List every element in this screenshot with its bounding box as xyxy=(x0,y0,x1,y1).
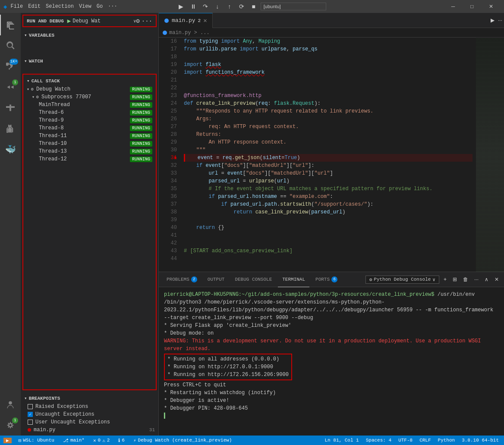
editor-tab-mainpy[interactable]: main.py 2 ✕ xyxy=(159,13,213,28)
breakpoint-uncaught-exceptions[interactable]: ✓ Uncaught Exceptions xyxy=(21,411,158,418)
git-branch-label: main* xyxy=(70,438,85,443)
user-uncaught-checkbox[interactable] xyxy=(28,420,33,425)
callstack-thread13[interactable]: Thread-13 RUNNING xyxy=(23,147,156,155)
sidebar-item-extensions[interactable] xyxy=(0,97,21,118)
terminal-output-3: * Debug mode: on xyxy=(164,330,214,336)
window-maximize-button[interactable]: □ xyxy=(463,0,482,13)
editor-more-button[interactable]: ··· xyxy=(496,16,504,24)
errors-count: 0 xyxy=(98,438,101,443)
line-numbers-gutter: 16 17 18 19 20 21 22 23 24 25 26 27 28 2… xyxy=(159,38,180,272)
sidebar-item-accounts[interactable] xyxy=(0,394,21,415)
raised-exceptions-checkbox[interactable] xyxy=(28,404,33,409)
panel-maximize-button[interactable]: ∧ xyxy=(483,276,490,283)
callstack-debug-watch[interactable]: ▾ ⚙ Debug Watch RUNNING xyxy=(23,85,156,93)
panel-split-button[interactable]: ⊞ xyxy=(451,276,459,283)
debug-start-button[interactable]: ▶ xyxy=(67,17,71,25)
terminal-content[interactable]: pierrick@LAPTOP-HKU5PNNG:~/git/add-ons-s… xyxy=(159,287,504,436)
variables-section-header[interactable]: ▾ VARIABLES xyxy=(21,31,158,40)
wsl-label: WSL: Ubuntu xyxy=(23,438,54,443)
panel-add-button[interactable]: + xyxy=(442,276,448,283)
status-spaces-item[interactable]: Spaces: 4 xyxy=(364,438,393,443)
status-wsl-item[interactable]: ⊟ WSL: Ubuntu xyxy=(17,438,56,443)
view-menu[interactable]: View xyxy=(79,3,91,9)
debug-session-label: Debug Watch (create_link_preview) xyxy=(138,438,232,443)
panel-more-button[interactable]: ··· xyxy=(472,276,480,283)
panel-close-button[interactable]: ✕ xyxy=(493,276,501,283)
debug-config-select[interactable] xyxy=(261,3,326,10)
status-encoding-item[interactable]: UTF-8 xyxy=(397,438,414,443)
breakpoint-mainpy[interactable]: main.py 31 xyxy=(21,426,158,434)
callstack-thread6[interactable]: Thread-6 RUNNING xyxy=(23,109,156,116)
callstack-thread11[interactable]: Thread-11 RUNNING xyxy=(23,132,156,140)
go-menu[interactable]: Go xyxy=(97,3,103,9)
panel-tab-terminal[interactable]: TERMINAL xyxy=(278,272,309,287)
code-line-28: Returns: xyxy=(184,131,472,138)
sidebar-item-search[interactable] xyxy=(0,35,21,56)
editor-run-button[interactable]: ▶ xyxy=(489,16,496,24)
line-num-30: 30 xyxy=(162,146,177,154)
edit-menu[interactable]: Edit xyxy=(28,3,41,9)
status-line-ending-item[interactable]: CRLF xyxy=(418,438,432,443)
status-language-item[interactable]: Python xyxy=(436,438,457,443)
watch-section-header[interactable]: ▾ WATCH xyxy=(21,56,158,66)
callstack-section-header[interactable]: ▾ CALL STACK xyxy=(23,76,156,85)
more-menu[interactable]: ··· xyxy=(108,3,117,9)
thread8-label: Thread-8 xyxy=(39,125,64,131)
code-line-41 xyxy=(184,232,472,239)
sidebar-item-source-control[interactable]: 1K+ xyxy=(0,56,21,77)
status-info-item[interactable]: ℹ 6 xyxy=(117,438,126,443)
debug-more-button[interactable]: ··· xyxy=(142,18,152,25)
debug-config-gear-button[interactable]: ⚙ xyxy=(136,17,139,25)
debug-step-out-button[interactable]: ↑ xyxy=(224,1,235,12)
breakpoints-section-header[interactable]: ▾ BREAKPOINTS xyxy=(21,394,158,403)
breakpoint-user-uncaught[interactable]: User Uncaught Exceptions xyxy=(21,418,158,426)
status-line-col-item[interactable]: Ln 81, Col 1 xyxy=(323,438,361,443)
callstack-thread10[interactable]: Thread-10 RUNNING xyxy=(23,140,156,147)
debug-pause-button[interactable]: ⏸ xyxy=(188,1,198,12)
window-close-button[interactable]: ✕ xyxy=(482,0,501,13)
line-num-44: 44 xyxy=(162,255,177,263)
sidebar-item-settings[interactable]: 1 xyxy=(0,415,21,436)
sidebar-item-explorer[interactable] xyxy=(0,15,21,35)
sidebar-item-test[interactable] xyxy=(0,118,21,139)
code-line-40: return {} xyxy=(184,224,472,232)
line-ending-label: CRLF xyxy=(419,438,431,443)
status-python-version-item[interactable]: 3.8.10 64-bit xyxy=(460,438,501,443)
editor-tab-close-button[interactable]: ✕ xyxy=(203,17,207,24)
line-num-40: 40 xyxy=(162,224,177,232)
window-minimize-button[interactable]: ─ xyxy=(444,0,463,13)
ports-badge: 6 xyxy=(331,276,337,282)
debug-stop-button[interactable]: ■ xyxy=(249,1,259,12)
debug-restart-button[interactable]: ⟳ xyxy=(236,1,247,12)
sidebar-item-docker[interactable]: 🐳 xyxy=(0,139,21,160)
debug-step-over-button[interactable]: ↷ xyxy=(200,1,211,12)
line-col-label: Ln 81, Col 1 xyxy=(325,438,359,443)
callstack-thread9[interactable]: Thread-9 RUNNING xyxy=(23,116,156,124)
status-debug-session-item[interactable]: ⚡ Debug Watch (create_link_preview) xyxy=(132,438,233,443)
sidebar-item-run-debug[interactable]: 1 xyxy=(0,77,21,97)
selection-menu[interactable]: Selection xyxy=(46,3,74,9)
panel-tab-debug-console[interactable]: DEBUG CONSOLE xyxy=(230,272,276,287)
callstack-subprocess[interactable]: ▾ ⚙ Subprocess 77007 RUNNING xyxy=(23,93,156,101)
terminal-line-5: * Running on all addresses (0.0.0.0) xyxy=(167,355,289,363)
callstack-thread12[interactable]: Thread-12 RUNNING xyxy=(23,155,156,163)
breakpoint-raised-exceptions[interactable]: Raised Exceptions xyxy=(21,403,158,411)
python-debug-console-button[interactable]: ⚙ Python Debug Console ∨ xyxy=(365,276,439,284)
callstack-mainthread[interactable]: MainThread RUNNING xyxy=(23,101,156,109)
file-menu[interactable]: File xyxy=(10,3,23,9)
panel-tab-problems[interactable]: PROBLEMS 2 xyxy=(162,272,202,287)
debug-continue-button[interactable]: ▶ xyxy=(176,1,186,12)
status-git-branch-item[interactable]: ⎇ main* xyxy=(61,438,86,443)
status-errors-item[interactable]: ✕ 0 ⚠ 2 xyxy=(91,438,111,443)
line-num-43: 43 xyxy=(162,247,177,255)
terminal-output-5: * Running on all addresses (0.0.0.0) xyxy=(167,356,279,362)
status-debug-item[interactable]: ▶ xyxy=(3,438,12,443)
callstack-thread8[interactable]: Thread-8 RUNNING xyxy=(23,124,156,132)
thread9-status-badge: RUNNING xyxy=(130,118,152,123)
debug-step-into-button[interactable]: ↓ xyxy=(212,1,223,12)
panel-tab-output[interactable]: OUTPUT xyxy=(203,272,229,287)
panel-tab-ports[interactable]: PORTS 6 xyxy=(311,272,342,287)
panel-trash-button[interactable]: 🗑 xyxy=(461,276,470,283)
code-editor[interactable]: 16 17 18 19 20 21 22 23 24 25 26 27 28 2… xyxy=(159,38,476,272)
uncaught-exceptions-checkbox[interactable]: ✓ xyxy=(28,412,33,417)
